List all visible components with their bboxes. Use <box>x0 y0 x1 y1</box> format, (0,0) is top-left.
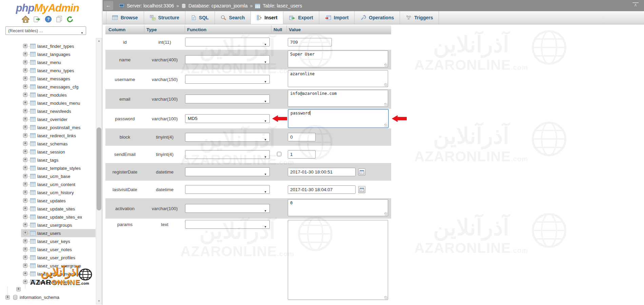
function-select[interactable] <box>185 220 270 229</box>
sidebar-item-lasez_tags[interactable]: lasez_tags <box>0 156 96 164</box>
expand-plus-icon[interactable] <box>23 190 27 195</box>
expand-plus-icon[interactable] <box>23 125 27 129</box>
expand-plus-icon[interactable] <box>23 68 27 73</box>
sidebar-item-lasez_utf8_conversion[interactable]: lasez_utf8_conversion <box>0 270 96 278</box>
expand-plus-icon[interactable] <box>23 166 27 170</box>
sidebar-item-lasez_user_keys[interactable]: lasez_user_keys <box>0 237 96 245</box>
scroll-up-icon[interactable] <box>96 38 102 44</box>
expand-plus-icon[interactable] <box>23 239 27 243</box>
sidebar-item-lasez_update_sites[interactable]: lasez_update_sites <box>0 205 96 213</box>
expand-plus-icon[interactable] <box>23 133 27 138</box>
help-icon[interactable]: ? <box>45 16 52 23</box>
expand-plus-icon[interactable] <box>23 52 27 56</box>
resize-handle-icon[interactable] <box>384 64 387 67</box>
expand-plus-icon[interactable] <box>23 93 27 97</box>
tab-operations[interactable]: Operations <box>355 11 400 24</box>
breadcrumb-server[interactable]: Server: localhost:3306 <box>127 3 174 8</box>
expand-plus-icon[interactable] <box>23 255 27 260</box>
expand-plus-icon[interactable] <box>23 263 27 268</box>
expand-plus-icon[interactable] <box>23 44 27 48</box>
sidebar-item-lasez_users[interactable]: lasez_users <box>0 229 96 237</box>
logout-icon[interactable] <box>33 16 41 23</box>
sidebar-item-lasez_user_profiles[interactable]: lasez_user_profiles <box>0 253 96 262</box>
tab-sql[interactable]: SQL <box>185 11 215 24</box>
sidebar-item-lasez_redirect_links[interactable]: lasez_redirect_links <box>0 131 96 140</box>
tab-export[interactable]: Export <box>283 11 319 24</box>
expand-plus-icon[interactable] <box>23 174 27 178</box>
sidebar-item-lasez_messages[interactable]: lasez_messages <box>0 75 96 83</box>
function-select[interactable] <box>185 133 270 142</box>
expand-plus-icon[interactable] <box>23 60 27 64</box>
resize-handle-icon[interactable] <box>384 296 387 299</box>
value-input-id[interactable] <box>288 38 332 46</box>
sidebar-item-lasez_viewlevels[interactable]: lasez_viewlevels <box>0 278 96 286</box>
function-select[interactable] <box>185 75 270 84</box>
expand-plus-icon[interactable] <box>23 117 27 121</box>
value-textarea-name[interactable] <box>288 50 388 67</box>
scroll-down-icon[interactable] <box>96 299 102 304</box>
expand-plus-icon[interactable] <box>23 76 27 81</box>
sidebar-item-lasez_schemas[interactable]: lasez_schemas <box>0 140 96 148</box>
value-textarea-params[interactable] <box>288 220 388 300</box>
function-select[interactable] <box>185 95 270 103</box>
value-textarea-email[interactable] <box>288 90 388 107</box>
sidebar-item-lasez_usergroups[interactable]: lasez_usergroups <box>0 221 96 229</box>
value-input-registerDate[interactable] <box>288 168 356 176</box>
sidebar-scrollbar[interactable] <box>96 38 102 304</box>
sidebar-item-lasez_modules_menu[interactable]: lasez_modules_menu <box>0 99 96 107</box>
sidebar-item-lasez_languages[interactable]: lasez_languages <box>0 50 96 58</box>
sidebar-item-lasez_menu[interactable]: lasez_menu <box>0 58 96 66</box>
expand-plus-icon[interactable] <box>23 149 27 154</box>
sidebar-item-information-schema[interactable]: information_schema <box>0 293 96 302</box>
sidebar-item-lasez_ucm_content[interactable]: lasez_ucm_content <box>0 180 96 188</box>
sidebar-item-lasez_session[interactable]: lasez_session <box>0 148 96 156</box>
expand-plus-icon[interactable] <box>23 206 27 211</box>
docs-icon[interactable] <box>56 16 63 23</box>
value-textarea-password[interactable]: password <box>288 109 389 128</box>
recent-tables-select[interactable]: (Recent tables) ... <box>5 26 86 35</box>
expand-plus-icon[interactable] <box>23 231 27 235</box>
tab-triggers[interactable]: Triggers <box>400 11 439 24</box>
tab-insert[interactable]: Insert <box>251 11 283 24</box>
home-icon[interactable] <box>22 16 29 23</box>
expand-plus-icon[interactable] <box>23 247 27 251</box>
sidebar-item-lasez_updates[interactable]: lasez_updates <box>0 197 96 205</box>
expand-plus-icon[interactable] <box>23 223 27 227</box>
expand-plus-icon[interactable] <box>16 287 21 291</box>
expand-plus-icon[interactable] <box>23 141 27 146</box>
sidebar-item-lasez_user_notes[interactable]: lasez_user_notes <box>0 245 96 253</box>
function-select[interactable] <box>185 55 270 64</box>
tab-search[interactable]: Search <box>215 11 251 24</box>
scrollbar-thumb[interactable] <box>97 127 101 210</box>
expand-plus-icon[interactable] <box>23 109 27 113</box>
value-input-block[interactable] <box>288 133 316 141</box>
resize-handle-icon[interactable] <box>384 212 387 216</box>
tab-import[interactable]: Import <box>319 11 355 24</box>
resize-handle-icon[interactable] <box>384 83 387 86</box>
collapse-icon[interactable] <box>632 2 639 7</box>
expand-plus-icon[interactable] <box>23 280 27 284</box>
sidebar-item-lasez_user_usergroup[interactable]: lasez_user_usergroup <box>0 262 96 270</box>
sidebar-item-lasez_overrider[interactable]: lasez_overrider <box>0 115 96 123</box>
sidebar-item-lasez_newsfeeds[interactable]: lasez_newsfeeds <box>0 107 96 115</box>
function-select[interactable] <box>185 150 270 159</box>
breadcrumb-table[interactable]: Table: lasez_users <box>263 3 302 8</box>
back-arrow-button[interactable] <box>104 1 113 10</box>
expand-plus-icon[interactable] <box>5 295 10 300</box>
expand-plus-icon[interactable] <box>23 215 27 219</box>
sidebar-item-lasez_update_sites_ex[interactable]: lasez_update_sites_ex <box>0 213 96 221</box>
sidebar-item-lasez_template_styles[interactable]: lasez_template_styles <box>0 164 96 172</box>
value-input-sendEmail[interactable] <box>288 150 316 159</box>
function-select[interactable] <box>185 204 270 213</box>
calendar-icon[interactable] <box>358 168 365 176</box>
sidebar-item-lasez_messages_cfg[interactable]: lasez_messages_cfg <box>0 83 96 91</box>
sidebar-item-lasez_ucm_history[interactable]: lasez_ucm_history <box>0 188 96 197</box>
tree-item-hidden[interactable] <box>0 285 96 293</box>
expand-plus-icon[interactable] <box>23 101 27 105</box>
expand-plus-icon[interactable] <box>23 84 27 89</box>
calendar-icon[interactable] <box>358 186 365 193</box>
function-select[interactable] <box>185 185 270 194</box>
expand-plus-icon[interactable] <box>23 182 27 186</box>
sidebar-item-lasez_finder_types[interactable]: lasez_finder_types <box>0 42 96 50</box>
breadcrumb-database[interactable]: Database: cpazaron_joomla <box>188 3 247 8</box>
